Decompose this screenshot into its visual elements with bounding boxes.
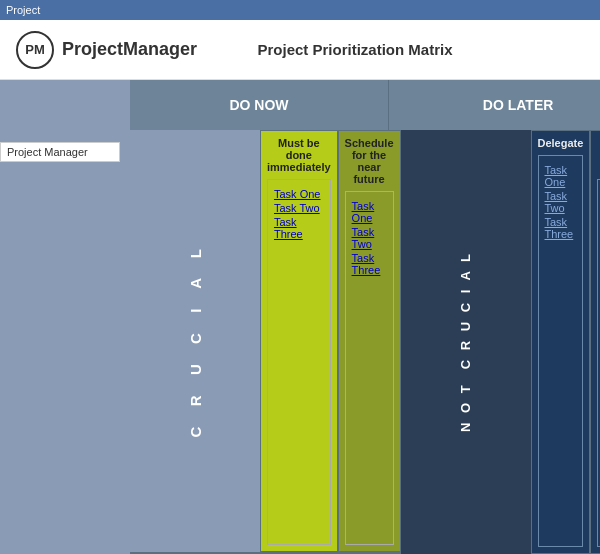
row-label-crucial: C R U C I A L [130,130,260,552]
matrix-wrapper: DO NOW DO LATER C R U C I A L Must be do… [130,80,600,554]
row-crucial: C R U C I A L Must be done immediately T… [130,130,401,554]
col-header-do-later: DO LATER [389,80,600,130]
matrix-body: C R U C I A L Must be done immediately T… [130,130,600,554]
cell-notcrucial-now-header: Delegate [538,137,584,149]
col-header-do-now: DO NOW [130,80,389,130]
top-bar-label: Project [6,4,40,16]
cell-notcrucial-now: Delegate Task One Task Two Task Three [531,130,591,554]
cell-crucial-later-header: Schedule for the near future [345,137,394,185]
cell-crucial-now-content: Task One Task Two Task Three [267,179,331,545]
task-link[interactable]: Task Two [352,226,387,250]
sidebar-spacer [0,80,130,142]
cell-crucial-later: Schedule for the near future Task One Ta… [338,130,401,552]
cell-crucial-now-header: Must be done immediately [267,137,331,173]
logo-text: PM [25,42,45,57]
task-link[interactable]: Task Two [545,190,577,214]
task-link[interactable]: Task One [274,188,324,200]
top-bar: Project [0,0,600,20]
task-link[interactable]: Task One [352,200,387,224]
task-link[interactable]: Task One [545,164,577,188]
header: PM ProjectManager Project Prioritization… [0,20,600,80]
cell-crucial-later-content: Task One Task Two Task Three [345,191,394,545]
matrix-col-headers: DO NOW DO LATER [130,80,600,130]
page-title: Project Prioritization Matrix [146,41,584,58]
task-link[interactable]: Task Three [274,216,324,240]
pm-logo: PM [16,31,54,69]
header-left: PM ProjectManager [16,31,146,69]
task-link[interactable]: Task Two [274,202,324,214]
cell-notcrucial-later: Delete or move Task One Task Two Task Th… [590,130,600,554]
cell-notcrucial-now-content: Task One Task Two Task Three [538,155,584,547]
sidebar: Project Manager [0,80,130,554]
row-label-notcrucial: N O T C R U C I A L [401,130,531,554]
sidebar-item-project-manager[interactable]: Project Manager [0,142,120,162]
matrix-row-crucial: Must be done immediately Task One Task T… [260,130,401,552]
task-link[interactable]: Task Three [545,216,577,240]
task-link[interactable]: Task Three [352,252,387,276]
cell-crucial-now: Must be done immediately Task One Task T… [260,130,338,552]
matrix-row-notcrucial: Delegate Task One Task Two Task Three De… [531,130,601,554]
row-notcrucial: N O T C R U C I A L Delegate Task One Ta… [401,130,601,554]
main-content: Project Manager DO NOW DO LATER C R U C … [0,80,600,554]
